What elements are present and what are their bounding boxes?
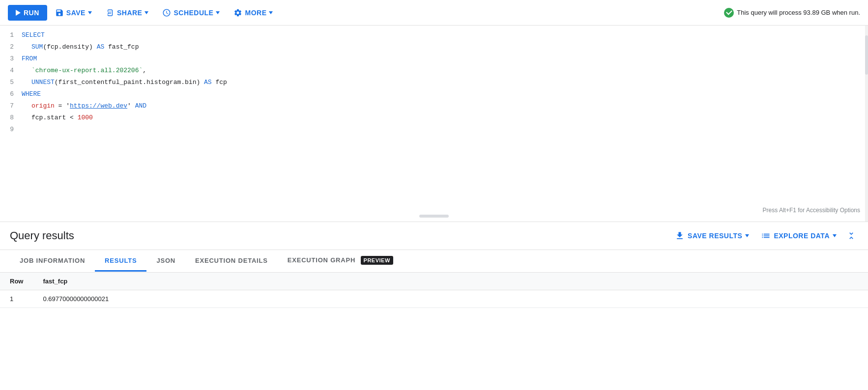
code-line-9 <box>22 124 864 136</box>
results-section: Query results SAVE RESULTS EXPLORE DATA <box>0 222 868 308</box>
tab-execution-graph[interactable]: EXECUTION GRAPH PREVIEW <box>278 250 403 272</box>
more-label: MORE <box>245 9 266 17</box>
tab-execution-details[interactable]: EXECUTION DETAILS <box>185 251 278 272</box>
preview-badge: PREVIEW <box>361 256 393 265</box>
code-line-7: origin = 'https://web.dev' AND <box>22 100 864 112</box>
code-line-6: WHERE <box>22 88 864 100</box>
share-button[interactable]: SHARE <box>100 4 155 21</box>
query-info: This query will process 93.89 GB when ru… <box>724 8 860 18</box>
tab-job-information-label: JOB INFORMATION <box>20 257 85 264</box>
col-empty <box>118 273 868 290</box>
expand-button[interactable] <box>844 229 858 243</box>
tab-job-information[interactable]: JOB INFORMATION <box>10 251 95 272</box>
editor-container[interactable]: 1 2 3 4 5 6 7 8 9 SELECT SUM(fcp.density… <box>0 26 868 222</box>
expand-icon <box>846 231 856 241</box>
code-editor[interactable]: 1 2 3 4 5 6 7 8 9 SELECT SUM(fcp.density… <box>0 26 868 222</box>
vertical-scrollbar[interactable] <box>865 26 868 222</box>
save-button[interactable]: SAVE <box>49 4 98 21</box>
check-circle-icon <box>724 8 734 18</box>
save-label: SAVE <box>66 9 86 17</box>
gear-icon <box>233 8 242 17</box>
run-button[interactable]: RUN <box>8 5 47 21</box>
tab-execution-details-label: EXECUTION DETAILS <box>195 257 268 264</box>
table-row: 1 0.69770000000000021 <box>0 290 868 308</box>
tab-json-label: JSON <box>156 257 175 264</box>
play-icon <box>16 10 21 16</box>
line-numbers: 1 2 3 4 5 6 7 8 9 <box>0 29 22 218</box>
results-header: Query results SAVE RESULTS EXPLORE DATA <box>0 222 868 250</box>
save-results-chevron-icon <box>745 234 749 237</box>
code-line-2: SUM(fcp.density) AS fast_fcp <box>22 41 864 53</box>
query-info-text: This query will process 93.89 GB when ru… <box>737 9 860 16</box>
tab-results-label: RESULTS <box>105 257 137 264</box>
results-table: Row fast_fcp 1 0.69770000000000021 <box>0 273 868 308</box>
schedule-chevron-icon <box>216 11 220 14</box>
explore-data-label: EXPLORE DATA <box>774 232 830 240</box>
schedule-icon <box>162 8 171 17</box>
schedule-label: SCHEDULE <box>174 9 213 17</box>
col-row: Row <box>0 273 33 290</box>
more-button[interactable]: MORE <box>228 4 279 21</box>
save-results-icon <box>675 231 685 241</box>
cell-empty-1 <box>118 290 868 308</box>
schedule-button[interactable]: SCHEDULE <box>156 4 226 21</box>
code-line-3: FROM <box>22 53 864 65</box>
code-line-8: fcp.start < 1000 <box>22 112 864 124</box>
run-label: RUN <box>24 9 39 17</box>
explore-data-chevron-icon <box>833 234 837 237</box>
save-chevron-icon <box>88 11 92 14</box>
share-icon <box>106 8 115 17</box>
code-lines[interactable]: SELECT SUM(fcp.density) AS fast_fcp FROM… <box>22 29 868 218</box>
explore-data-button[interactable]: EXPLORE DATA <box>757 228 840 244</box>
share-chevron-icon <box>145 11 148 14</box>
scrollbar-thumb <box>865 35 868 75</box>
results-tabs: JOB INFORMATION RESULTS JSON EXECUTION D… <box>0 250 868 273</box>
code-line-5: UNNEST(first_contentful_paint.histogram.… <box>22 77 864 88</box>
code-line-1: SELECT <box>22 29 864 41</box>
accessibility-hint: Press Alt+F1 for Accessibility Options <box>763 207 860 214</box>
save-results-label: SAVE RESULTS <box>688 232 742 240</box>
share-label: SHARE <box>117 9 143 17</box>
tab-json[interactable]: JSON <box>146 251 185 272</box>
results-actions: SAVE RESULTS EXPLORE DATA <box>671 228 858 244</box>
horizontal-scrollbar[interactable] <box>419 215 449 218</box>
cell-row-1: 1 <box>0 290 33 308</box>
toolbar: RUN SAVE SHARE SCHEDULE MORE This query … <box>0 0 868 26</box>
col-fast-fcp: fast_fcp <box>33 273 118 290</box>
results-title: Query results <box>10 229 671 242</box>
tab-execution-graph-label: EXECUTION GRAPH <box>288 256 355 264</box>
tab-results[interactable]: RESULTS <box>95 251 146 272</box>
cell-fast-fcp-1: 0.69770000000000021 <box>33 290 118 308</box>
save-results-button[interactable]: SAVE RESULTS <box>671 228 753 244</box>
more-chevron-icon <box>269 11 273 14</box>
explore-data-icon <box>761 231 771 241</box>
code-line-4: `chrome-ux-report.all.202206`, <box>22 65 864 77</box>
save-icon <box>55 8 64 17</box>
